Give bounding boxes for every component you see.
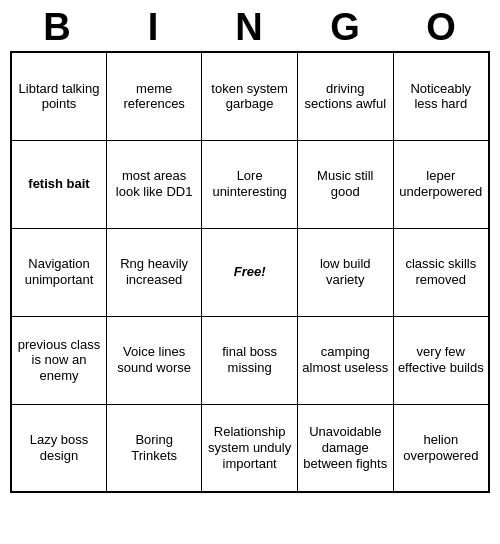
bingo-title: B I N G O (10, 0, 490, 51)
cell-3-0: previous class is now an enemy (11, 316, 107, 404)
cell-0-4: Noticeably less hard (393, 52, 489, 140)
bingo-grid: Libtard talking pointsmeme referencestok… (10, 51, 490, 493)
cell-3-3: camping almost useless (297, 316, 393, 404)
cell-0-2: token system garbage (202, 52, 298, 140)
cell-4-0: Lazy boss design (11, 404, 107, 492)
cell-3-4: very few effective builds (393, 316, 489, 404)
cell-1-2: Lore uninteresting (202, 140, 298, 228)
cell-4-2: Relationship system unduly important (202, 404, 298, 492)
title-i: I (106, 6, 202, 49)
cell-3-1: Voice lines sound worse (107, 316, 202, 404)
cell-2-3: low build variety (297, 228, 393, 316)
cell-1-0: fetish bait (11, 140, 107, 228)
cell-0-3: driving sections awful (297, 52, 393, 140)
cell-1-3: Music still good (297, 140, 393, 228)
title-b: B (10, 6, 106, 49)
cell-2-0: Navigation unimportant (11, 228, 107, 316)
cell-0-0: Libtard talking points (11, 52, 107, 140)
cell-2-2: Free! (202, 228, 298, 316)
cell-1-4: leper underpowered (393, 140, 489, 228)
cell-0-1: meme references (107, 52, 202, 140)
title-o: O (394, 6, 490, 49)
cell-4-1: Boring Trinkets (107, 404, 202, 492)
cell-3-2: final boss missing (202, 316, 298, 404)
cell-4-3: Unavoidable damage between fights (297, 404, 393, 492)
cell-2-1: Rng heavily increased (107, 228, 202, 316)
title-n: N (202, 6, 298, 49)
cell-2-4: classic skills removed (393, 228, 489, 316)
cell-4-4: helion overpowered (393, 404, 489, 492)
cell-1-1: most areas look like DD1 (107, 140, 202, 228)
title-g: G (298, 6, 394, 49)
